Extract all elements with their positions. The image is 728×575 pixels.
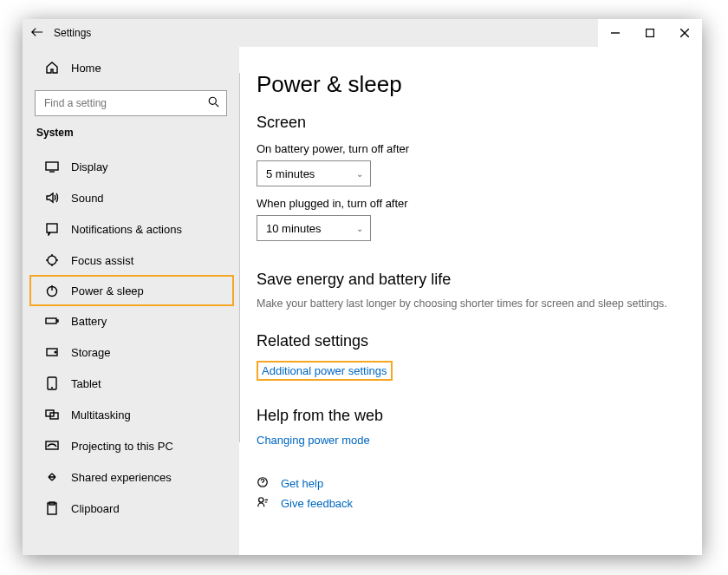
plugged-turnoff-label: When plugged in, turn off after xyxy=(257,197,674,210)
additional-power-settings-highlight: Additional power settings xyxy=(257,361,393,381)
settings-window: Settings Home System xyxy=(23,19,702,555)
save-energy-text: Make your battery last longer by choosin… xyxy=(257,297,674,310)
window-title: Settings xyxy=(54,27,91,39)
sidebar-item-sound[interactable]: Sound xyxy=(23,182,239,213)
get-help-icon xyxy=(257,476,272,491)
additional-power-settings-link[interactable]: Additional power settings xyxy=(262,364,387,377)
svg-rect-12 xyxy=(46,441,58,449)
maximize-button[interactable] xyxy=(633,19,667,47)
plugged-turnoff-dropdown[interactable]: 10 minutes ⌄ xyxy=(257,215,371,241)
sidebar-item-battery[interactable]: Battery xyxy=(23,305,239,337)
nav-list: Display Sound Notifications & actions Fo… xyxy=(23,151,239,524)
shared-icon xyxy=(43,470,61,484)
search-input[interactable] xyxy=(35,90,227,116)
clipboard-icon xyxy=(43,501,61,515)
svg-rect-6 xyxy=(46,318,56,323)
page-title: Power & sleep xyxy=(257,71,674,98)
screen-heading: Screen xyxy=(257,114,674,132)
sidebar-item-clipboard[interactable]: Clipboard xyxy=(23,493,239,524)
get-help-row[interactable]: Get help xyxy=(257,476,674,491)
battery-turnoff-value: 5 minutes xyxy=(266,167,315,180)
sidebar-item-multitasking[interactable]: Multitasking xyxy=(23,399,239,430)
sidebar-item-projecting[interactable]: Projecting to this PC xyxy=(23,430,239,461)
changing-power-mode-link[interactable]: Changing power mode xyxy=(257,434,370,447)
sidebar-item-tablet[interactable]: Tablet xyxy=(23,368,239,399)
home-label: Home xyxy=(71,62,101,75)
content-pane: Power & sleep Screen On battery power, t… xyxy=(239,47,702,555)
notifications-icon xyxy=(43,222,61,236)
battery-turnoff-label: On battery power, turn off after xyxy=(257,142,674,155)
feedback-row[interactable]: Give feedback xyxy=(257,496,674,511)
search-field[interactable] xyxy=(42,96,208,110)
search-icon xyxy=(208,96,219,110)
storage-icon xyxy=(43,345,61,359)
close-button[interactable] xyxy=(667,19,702,47)
chevron-down-icon: ⌄ xyxy=(356,224,363,233)
svg-point-1 xyxy=(209,97,216,104)
titlebar: Settings xyxy=(23,19,702,47)
back-button[interactable] xyxy=(23,26,52,41)
svg-rect-3 xyxy=(47,224,57,232)
home-button[interactable]: Home xyxy=(23,52,239,83)
power-icon xyxy=(43,284,61,297)
multitasking-icon xyxy=(43,408,61,421)
sidebar-item-storage[interactable]: Storage xyxy=(23,337,239,368)
sidebar: Home System Display Sound xyxy=(23,47,239,555)
sidebar-item-notifications[interactable]: Notifications & actions xyxy=(23,213,239,245)
sound-icon xyxy=(43,191,61,205)
display-icon xyxy=(43,160,61,173)
tablet-icon xyxy=(43,376,61,390)
svg-point-16 xyxy=(259,498,263,502)
sidebar-item-display[interactable]: Display xyxy=(23,151,239,182)
chevron-down-icon: ⌄ xyxy=(356,169,363,179)
battery-turnoff-dropdown[interactable]: 5 minutes ⌄ xyxy=(257,160,371,186)
home-icon xyxy=(43,61,61,75)
minimize-button[interactable] xyxy=(598,19,633,47)
projecting-icon xyxy=(43,439,61,453)
svg-rect-0 xyxy=(647,29,654,37)
feedback-icon xyxy=(257,496,272,511)
focus-icon xyxy=(43,253,61,267)
battery-icon xyxy=(43,314,61,328)
svg-point-8 xyxy=(55,351,56,353)
sidebar-item-power-sleep[interactable]: Power & sleep xyxy=(29,275,234,306)
get-help-link[interactable]: Get help xyxy=(281,477,323,490)
help-heading: Help from the web xyxy=(257,407,674,425)
save-energy-heading: Save energy and battery life xyxy=(257,271,674,289)
svg-rect-2 xyxy=(46,162,58,170)
plugged-turnoff-value: 10 minutes xyxy=(266,222,322,235)
sidebar-item-focus-assist[interactable]: Focus assist xyxy=(23,245,239,276)
feedback-link[interactable]: Give feedback xyxy=(281,497,353,510)
sidebar-item-shared[interactable]: Shared experiences xyxy=(23,461,239,493)
related-heading: Related settings xyxy=(257,332,674,350)
category-label: System xyxy=(36,127,239,139)
svg-point-4 xyxy=(48,256,56,265)
